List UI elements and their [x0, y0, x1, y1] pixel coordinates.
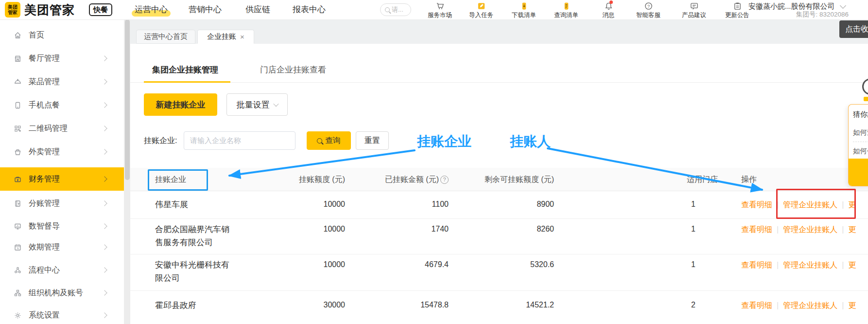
credit-company-table: 挂账企业 挂账额度 (元) 已挂账金额 (元)? 剩余可挂账额度 (元) 适用门… — [130, 168, 868, 324]
credit-subtabs: 集团企业挂账管理 门店企业挂账查看 — [130, 44, 868, 83]
global-search-input[interactable]: 请... — [380, 3, 411, 16]
sidebar-item-home[interactable]: 首页 — [0, 25, 124, 45]
more-link[interactable]: 更 — [848, 225, 856, 234]
applicable-stores-link[interactable]: 1 — [555, 254, 740, 290]
help-icon[interactable]: ? — [440, 176, 449, 184]
supervision-icon — [14, 222, 22, 231]
sidebar-item-process-center[interactable]: 流程中心 — [0, 260, 124, 280]
manage-credit-person-link[interactable]: 管理企业挂账人 — [783, 225, 837, 234]
table-row: 合肥众国融界汽车销售服务有限公司 10000 1740 8260 1 查看明细|… — [130, 219, 868, 254]
search-button[interactable]: 查询 — [307, 131, 351, 150]
applicable-stores-link[interactable]: 2 — [555, 291, 740, 324]
remaining-value: 5320.6 — [450, 254, 555, 290]
help-suggestions-panel: 猜你想 如何查 如何创 — [848, 104, 868, 186]
sidebar-item-restaurant-management[interactable]: 餐厅管理 — [0, 49, 124, 68]
reset-button[interactable]: 重置 — [356, 131, 389, 150]
remaining-value: 8900 — [450, 191, 555, 218]
tool-query-list[interactable]: 查询清单 — [549, 1, 584, 19]
company-name: 合肥众国融界汽车销售服务有限公司 — [155, 223, 234, 249]
chevron-down-icon — [273, 101, 278, 107]
active-subtab-underline — [144, 81, 230, 83]
company-name: 安徽蒸小皖...股份有限公司 — [748, 2, 835, 10]
table-header-row: 挂账企业 挂账额度 (元) 已挂账金额 (元)? 剩余可挂账额度 (元) 适用门… — [130, 168, 868, 191]
company-name-input[interactable]: 请输入企业名称 — [184, 131, 295, 150]
manage-credit-person-link[interactable]: 管理企业挂账人 — [783, 301, 837, 309]
helper-widget-badge — [864, 97, 868, 101]
expiry-icon — [14, 243, 22, 252]
tool-download-list[interactable]: 下载清单 — [506, 1, 541, 19]
chevron-right-icon — [102, 200, 107, 206]
chevron-right-icon — [102, 79, 107, 84]
more-link[interactable]: 更 — [848, 301, 856, 309]
sidebar-item-finance-management[interactable]: 财务管理 — [0, 167, 124, 191]
tab-enterprise-credit[interactable]: 企业挂账 × — [197, 30, 254, 44]
import-icon — [477, 1, 486, 11]
used-value: 1740 — [346, 219, 450, 254]
scrollbar-thumb[interactable] — [125, 19, 130, 180]
view-detail-link[interactable]: 查看明细 — [741, 225, 772, 234]
tool-import-tasks[interactable]: 导入任务 — [464, 1, 499, 19]
sidebar-item-expiry-management[interactable]: 效期管理 — [0, 237, 124, 257]
manage-credit-person-link[interactable]: 管理企业挂账人 — [783, 261, 837, 269]
panel-help-item[interactable]: 如何查 — [853, 128, 868, 137]
subtab-store-credit-view[interactable]: 门店企业挂账查看 — [260, 64, 326, 75]
view-detail-link[interactable]: 查看明细 — [741, 301, 772, 309]
chevron-right-icon — [102, 244, 107, 250]
nav-operation-center[interactable]: 运营中心 — [135, 0, 168, 19]
search-icon — [317, 138, 322, 144]
nav-supply-chain[interactable]: 供应链 — [245, 0, 270, 19]
sidebar-item-digital-supervision[interactable]: 数智督导 — [0, 216, 124, 236]
bell-icon — [604, 1, 613, 11]
col-header-used: 已挂账金额 (元)? — [346, 168, 450, 191]
panel-help-item[interactable]: 如何创 — [853, 146, 868, 156]
nav-marketing-center[interactable]: 营销中心 — [189, 0, 222, 19]
unread-badge — [609, 0, 613, 4]
panel-action-area[interactable] — [849, 159, 868, 186]
table-row: 伟星车展 10000 1100 8900 1 查看明细|管理企业挂账人|更 — [130, 191, 868, 219]
remaining-value: 8260 — [450, 219, 555, 254]
sidebar-scrollbar[interactable] — [124, 19, 130, 324]
subtab-group-credit-management[interactable]: 集团企业挂账管理 — [152, 64, 218, 75]
sidebar-item-qrcode-management[interactable]: 二维码管理 — [0, 119, 124, 138]
view-detail-link[interactable]: 查看明细 — [741, 200, 772, 209]
more-link[interactable]: 更 — [848, 261, 856, 269]
col-header-quota: 挂账额度 (元) — [291, 168, 346, 191]
sidebar-item-mobile-ordering[interactable]: 手机点餐 — [0, 95, 124, 115]
help-circle-icon: ? — [644, 1, 653, 11]
company-name: 安徽中科光栅科技有限公司 — [155, 258, 234, 285]
applicable-stores-link[interactable]: 1 — [555, 191, 740, 218]
credit-company-filter-label: 挂账企业: — [144, 131, 177, 150]
batch-settings-dropdown[interactable]: 批量设置 — [226, 93, 288, 116]
sidebar-item-split-account-management[interactable]: 分账管理 — [0, 194, 124, 213]
tool-smart-service[interactable]: ? 智能客服 — [631, 1, 666, 19]
feedback-bubble-icon — [690, 1, 699, 11]
chevron-right-icon — [102, 290, 107, 295]
gear-icon — [14, 311, 22, 320]
sidebar-item-system-settings[interactable]: 系统设置 — [0, 306, 124, 324]
view-detail-link[interactable]: 查看明细 — [741, 261, 772, 269]
used-value: 1100 — [346, 191, 450, 218]
ledger-icon — [14, 199, 22, 208]
close-icon[interactable]: × — [240, 33, 244, 41]
tab-operation-home[interactable]: 运营中心首页 — [136, 30, 195, 44]
quota-value: 10000 — [291, 254, 346, 290]
tool-messages[interactable]: 消息 — [598, 1, 619, 19]
tool-product-feedback[interactable]: 产品建议 — [677, 1, 712, 19]
new-credit-company-button[interactable]: 新建挂账企业 — [144, 93, 217, 116]
search-placeholder: 请... — [392, 5, 403, 14]
collapse-tooltip[interactable]: 点击收 — [839, 20, 868, 38]
table-row: 霍邱县政府 30000 15478.8 14521.2 2 查看明细|管理企业挂… — [130, 291, 868, 324]
used-value: 15478.8 — [346, 291, 450, 324]
remaining-value: 14521.2 — [450, 291, 555, 324]
chevron-right-icon — [102, 55, 107, 61]
applicable-stores-link[interactable]: 1 — [555, 219, 740, 254]
sidebar-item-takeout-management[interactable]: 外卖管理 — [0, 142, 124, 162]
nav-report-center[interactable]: 报表中心 — [293, 0, 326, 19]
group-id-text: 集团号: 83202086 — [758, 10, 849, 19]
tool-service-market[interactable]: 服务市场 — [422, 1, 457, 19]
company-name: 伟星车展 — [155, 198, 234, 211]
panel-title: 猜你想 — [853, 110, 868, 119]
restaurant-icon — [14, 54, 22, 63]
sidebar-item-dish-management[interactable]: 菜品管理 — [0, 72, 124, 91]
sidebar-item-organization-accounts[interactable]: 组织机构及账号 — [0, 283, 124, 303]
